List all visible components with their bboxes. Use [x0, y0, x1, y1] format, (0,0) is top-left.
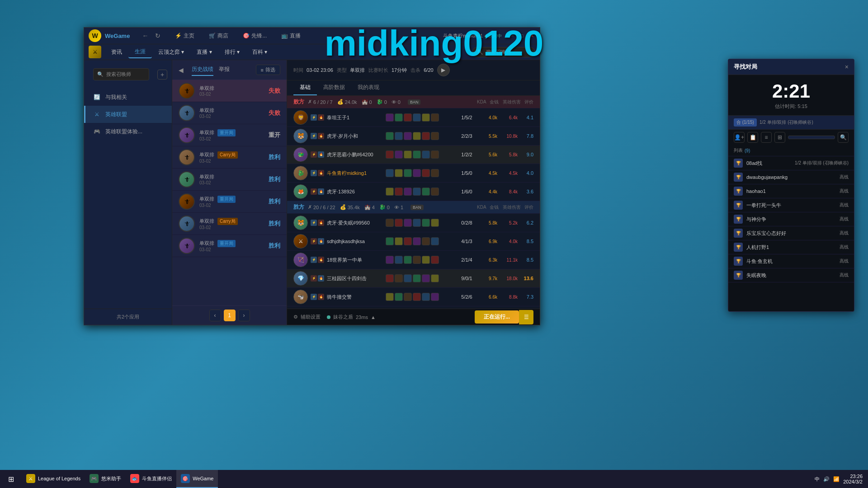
- sidebar-item-related[interactable]: 🔄 与我相关: [84, 89, 172, 106]
- match-item-7[interactable]: 🗡 单双排 Carry局 03-02 胜利: [172, 213, 287, 235]
- match-date-8: 03-02: [199, 247, 264, 252]
- spell1-l4: ⚡: [311, 170, 317, 176]
- back-button[interactable]: ←: [139, 29, 151, 42]
- tab-advanced[interactable]: 高阶数据: [317, 80, 351, 95]
- spell1-l5: ⚡: [311, 188, 317, 195]
- location-chevron[interactable]: ▲: [371, 314, 376, 320]
- minimize-button[interactable]: ─: [508, 32, 515, 39]
- match-info-8: 单双排 重开局 03-02: [199, 240, 264, 252]
- search-summoner[interactable]: 🔍 搜索召唤师: [472, 47, 535, 57]
- running-button[interactable]: 正在运行...: [475, 310, 519, 324]
- sidebar-item-lol[interactable]: ⚔ 英雄联盟: [84, 106, 172, 123]
- champ-icon-6: 🗡: [179, 193, 195, 210]
- next-page-button[interactable]: ›: [238, 310, 250, 321]
- spell1-l1: ⚡: [311, 114, 317, 121]
- player-row-w1[interactable]: 🐯 ⚡ 🔥 虎牙·爱失眠#99560 0/2/8: [287, 214, 540, 232]
- match-item-1[interactable]: 🗡 单双排 03-02 失败: [172, 80, 287, 102]
- taskbar-douyu[interactable]: 🐟 斗鱼直播伴侣: [126, 470, 176, 488]
- nav-news[interactable]: 资讯: [105, 47, 128, 58]
- item6-w2: [431, 237, 439, 245]
- match-item-5[interactable]: 🗡 单双排 03-02 胜利: [172, 169, 287, 191]
- filter-button[interactable]: ≡ 筛选: [256, 65, 280, 75]
- mh-tab-report[interactable]: 举报: [219, 64, 230, 76]
- mq-list-view-button[interactable]: ≡: [761, 132, 772, 143]
- player-row-l5[interactable]: 🦊 ⚡ 🔥 虎牙·138926 1/6/0: [287, 183, 540, 201]
- mq-grid-view-button[interactable]: ⊞: [774, 132, 785, 143]
- taskbar-clock: 23:26 2024/3/2: [843, 474, 863, 484]
- keyboard-layout-icon[interactable]: 中: [815, 476, 820, 483]
- mq-player-3[interactable]: 🏆 haohao1 高线: [728, 184, 854, 198]
- maximize-button[interactable]: □: [518, 32, 525, 39]
- replay-button[interactable]: ▶: [437, 64, 450, 76]
- nav-rank[interactable]: 排行 ▾: [218, 47, 246, 58]
- tab-home[interactable]: ⚡ 主页: [169, 30, 201, 42]
- mq-player-6[interactable]: 🏆 乐宝乐宝心态好好 高线: [728, 226, 854, 240]
- match-item-8[interactable]: 🗡 单双排 重开局 03-02 胜利: [172, 235, 287, 257]
- tab-basic[interactable]: 基础: [293, 80, 317, 95]
- nav-career[interactable]: 生涯: [128, 46, 152, 58]
- mq-player-9[interactable]: 🏆 失眠夜晚 高线: [728, 268, 854, 282]
- taskbar-lol[interactable]: ⚔ League of Legends: [22, 470, 85, 488]
- player-row-l1[interactable]: 🦁 ⚡ 🔥 泰坦王子1 1/5/2 4.0k: [287, 108, 540, 127]
- mq-player-1[interactable]: 🏆 08ad找 1/2 单排/双排 (召唤师峡谷): [728, 156, 854, 170]
- close-button[interactable]: ✕: [528, 32, 535, 39]
- tab-live[interactable]: 📺 直播: [275, 30, 307, 42]
- prev-page-button[interactable]: ‹: [209, 310, 221, 321]
- mh-tab-history[interactable]: 历史战绩: [192, 64, 213, 76]
- mq-player-5[interactable]: 🏆 与神分争 高线: [728, 212, 854, 226]
- settings-item[interactable]: ⚙ 辅助设置: [293, 314, 321, 320]
- running-menu-button[interactable]: ☰: [519, 310, 533, 324]
- win-kills: ✗ 20/6/22: [308, 204, 335, 210]
- player-row-l3[interactable]: 🐲 ⚡ 🔥 虎牙恶霸小鹏#64200 1/2/2: [287, 145, 540, 164]
- player-row-w5[interactable]: 🐄 ⚡ 🔥 骑牛撞交警 5/2/6 6.6k: [287, 288, 540, 306]
- champ-avatar-w1: 🐯: [293, 216, 308, 230]
- sidebar-item-lol-exp[interactable]: 🎮 英雄联盟体验...: [84, 123, 172, 140]
- player-row-l4[interactable]: 🐉 ⚡ 🔥 斗鱼青柠midking1 1/5/0: [287, 164, 540, 183]
- match-item-2[interactable]: 🗡 单双排 03-02 失败: [172, 102, 287, 124]
- dmg-w3: 11.1k: [497, 258, 518, 263]
- network-icon[interactable]: 📶: [833, 476, 840, 482]
- nav-live[interactable]: 直播 ▾: [190, 47, 218, 58]
- sidebar-search[interactable]: 🔍 搜索召唤师: [93, 68, 149, 80]
- mq-copy-button[interactable]: 📋: [747, 132, 758, 143]
- mq-close-button[interactable]: ×: [845, 63, 849, 70]
- match-item-3[interactable]: 🗡 单双排 重开局 03-02 重开: [172, 124, 287, 146]
- mq-player-4[interactable]: 🏆 一拳打死一头牛 高线: [728, 198, 854, 212]
- mq-player-8[interactable]: 🏆 斗鱼·鱼玄机 高线: [728, 254, 854, 268]
- sidebar-add-button[interactable]: +: [157, 70, 167, 80]
- player-name-l4: 斗鱼青柠midking1: [327, 170, 386, 177]
- dmg-w2: 4.0k: [497, 239, 518, 244]
- taskbar-wegame[interactable]: 🎯 WeGame: [176, 470, 218, 488]
- spell2-l5: 🔥: [318, 188, 324, 195]
- page-1-button[interactable]: 1: [224, 310, 236, 321]
- nav-tft[interactable]: 云顶之弈 ▾: [152, 47, 190, 58]
- mq-player-2[interactable]: 🏆 dwaubgujawpankg 高线: [728, 170, 854, 184]
- item6-l4: [431, 169, 439, 177]
- mq-search-icon-button[interactable]: 🔍: [838, 132, 849, 143]
- mq-player-rank-3: 高线: [840, 188, 849, 194]
- win-team-header: 胜方 ✗ 20/6/22 💰 35.4k 🏰 4 🐉 0 👁 1 BAN KDA…: [287, 201, 540, 214]
- volume-icon[interactable]: 🔊: [823, 476, 830, 482]
- player-row-w4[interactable]: 💎 ⚡ 🔥 三桂园区十四剑击 9/0/1 9: [287, 269, 540, 288]
- mq-search-input[interactable]: [788, 136, 835, 139]
- start-button[interactable]: ⊞: [0, 470, 22, 488]
- tab-store[interactable]: 🛒 商店: [203, 30, 235, 42]
- time-val: 03-02 23:06: [307, 67, 333, 73]
- mh-back-arrow[interactable]: ◀: [179, 66, 184, 74]
- mq-player-7[interactable]: 🏆 人机打野1 高线: [728, 240, 854, 254]
- player-row-l2[interactable]: 🐯 ⚡ 🔥 虎牙·岁月小和 2/2/3 5.: [287, 127, 540, 145]
- gold-w3: 6.3k: [479, 258, 497, 263]
- score-l2: 7.8: [518, 133, 533, 139]
- match-item-6[interactable]: 🗡 单双排 重开局 03-02 胜利: [172, 191, 287, 213]
- mq-add-friend-button[interactable]: 👤+: [734, 132, 745, 143]
- refresh-button[interactable]: ↻: [151, 29, 164, 42]
- player-row-w3[interactable]: 🏹 ⚡ 🔥 18世界第一中单 2/1/4 6: [287, 251, 540, 269]
- taskbar-youmi[interactable]: 🎮 悠米助手: [85, 470, 126, 488]
- item6-w3: [431, 256, 439, 264]
- sidebar-footer: 共2个应用: [84, 309, 172, 325]
- match-item-4[interactable]: 🗡 单双排 Carry局 03-02 胜利: [172, 146, 287, 169]
- tab-pioneer[interactable]: 🎯 先锋...: [236, 30, 273, 42]
- nav-wiki[interactable]: 百科 ▾: [246, 47, 274, 58]
- tab-my-performance[interactable]: 我的表现: [351, 80, 386, 95]
- player-row-w2[interactable]: ⚔ ⚡ 🔥 sdhjdhjkasdhjksa 4/1/3: [287, 232, 540, 251]
